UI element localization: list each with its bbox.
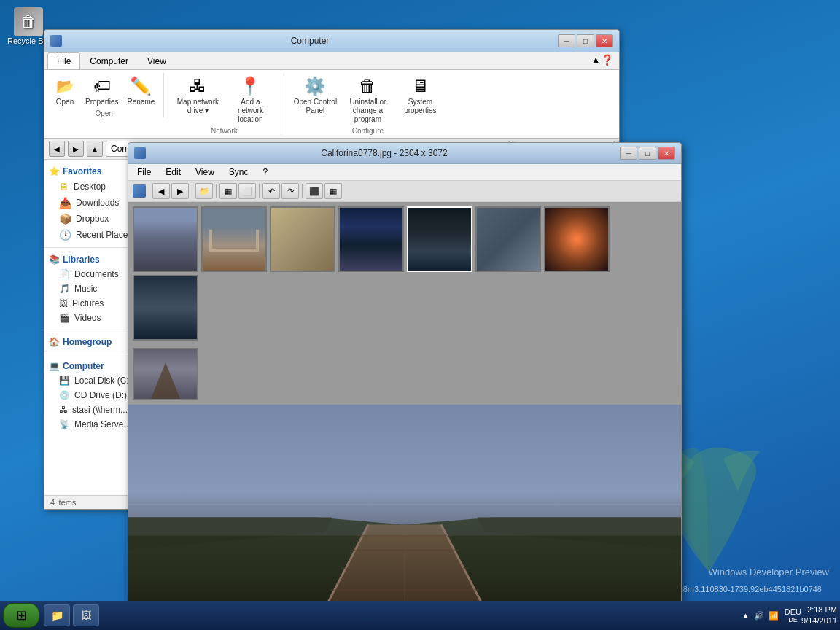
ribbon-uninstall-button[interactable]: 🗑 Uninstall or change a program <box>343 73 392 125</box>
clock-time: 2:18 PM <box>801 604 837 615</box>
forward-button[interactable]: ▶ <box>68 141 84 157</box>
open-label: Open <box>56 98 74 106</box>
videos-icon: 🎬 <box>59 313 70 323</box>
cd-drive-label: CD Drive (D:) <box>74 390 127 400</box>
thumbnail-bridge[interactable] <box>201 206 267 272</box>
titlebar-left <box>50 35 62 47</box>
viewer-prev-button[interactable]: ◀ <box>152 183 170 199</box>
main-image-area[interactable] <box>128 405 681 626</box>
ribbon-add-network-button[interactable]: 📍 Add a network location <box>225 73 275 125</box>
ribbon-group-open-items: 📂 Open 🏷 Properties ✏️ Rename <box>50 73 158 108</box>
taskbar-language[interactable]: DEU DE <box>785 607 801 623</box>
language-code: DEU <box>785 607 801 616</box>
taskbar-image-button[interactable]: 🖼 <box>73 604 99 626</box>
toolbar-separator-0 <box>149 184 149 198</box>
viewer-close-button[interactable]: ✕ <box>658 147 675 160</box>
map-network-icon: 🖧 <box>186 74 209 98</box>
viewer-menu-help[interactable]: ? <box>257 166 274 179</box>
taskbar: ⊞ 📁 🖼 ▲ 🔊 📶 DEU DE 2:18 PM 9/14/2011 <box>0 601 840 630</box>
viewer-next-button[interactable]: ▶ <box>171 183 189 199</box>
viewer-menu-file[interactable]: File <box>131 166 157 179</box>
viewer-rotate-left-button[interactable]: ↶ <box>262 183 280 199</box>
start-button[interactable]: ⊞ <box>3 603 39 628</box>
uninstall-label: Uninstall or change a program <box>346 98 389 124</box>
tab-computer[interactable]: Computer <box>80 52 138 69</box>
back-button[interactable]: ◀ <box>49 141 65 157</box>
network-group-label: Network <box>211 127 238 135</box>
viewer-maximize-button[interactable]: □ <box>639 147 656 160</box>
viewer-thumbnails-button[interactable]: ▦ <box>219 183 237 199</box>
ribbon-help-button[interactable]: ▲❓ <box>588 52 616 69</box>
ribbon-group-system-items: ⚙️ Open Control Panel 🗑 Uninstall or cha… <box>290 73 445 125</box>
systray-network-icon[interactable]: 📶 <box>769 611 779 621</box>
computer-label: Computer <box>63 361 104 371</box>
thumbnail-building[interactable] <box>133 206 198 272</box>
tab-view[interactable]: View <box>138 52 176 69</box>
tab-file[interactable]: File <box>47 52 80 69</box>
viewer-minimize-button[interactable]: ─ <box>620 147 637 160</box>
viewer-window-icon <box>134 147 146 159</box>
ribbon-group-open: 📂 Open 🏷 Properties ✏️ Rename Open <box>50 73 164 117</box>
system-group-label: Configure <box>352 127 384 135</box>
viewer-fit-button[interactable]: ⬜ <box>238 183 256 199</box>
viewer-menu-sync[interactable]: Sync <box>223 166 254 179</box>
thumbnail-boardwalk-small[interactable] <box>133 348 198 400</box>
titlebar-buttons: ─ □ ✕ <box>558 34 613 47</box>
systray-expand-icon[interactable]: ▲ <box>742 611 750 620</box>
windows-preview-text: Windows Developer Preview <box>709 567 829 578</box>
dropbox-icon: 📦 <box>59 213 71 225</box>
dropbox-label: Dropbox <box>76 214 109 224</box>
ribbon-open-button[interactable]: 📂 Open <box>50 73 79 108</box>
ribbon-system-properties-button[interactable]: 🖥 System properties <box>395 73 445 117</box>
close-button[interactable]: ✕ <box>596 34 613 47</box>
ribbon-properties-button[interactable]: 🏷 Properties <box>82 73 122 108</box>
viewer-rotate-right-button[interactable]: ↷ <box>281 183 299 199</box>
up-button[interactable]: ▲ <box>87 141 103 157</box>
toolbar-separator-3 <box>259 184 260 198</box>
favorites-star-icon: ⭐ <box>49 166 60 176</box>
viewer-menu-edit[interactable]: Edit <box>160 166 187 179</box>
ribbon-control-panel-button[interactable]: ⚙️ Open Control Panel <box>290 73 340 117</box>
main-photo-svg <box>128 405 681 623</box>
homegroup-icon: 🏠 <box>49 337 60 347</box>
minimize-button[interactable]: ─ <box>558 34 575 47</box>
favorites-label: Favorites <box>63 166 101 176</box>
downloads-icon: 📥 <box>59 197 71 209</box>
status-text: 4 items <box>50 498 76 507</box>
thumbnail-pier[interactable] <box>270 206 335 272</box>
viewer-slideshow-button[interactable]: ▦ <box>324 183 342 199</box>
viewer-menubar: File Edit View Sync ? <box>128 164 681 181</box>
thumbnail-city-night[interactable] <box>338 206 404 272</box>
horizon-line <box>128 504 681 505</box>
add-network-label: Add a network location <box>228 98 272 124</box>
thumbnail-ferris-wheel[interactable] <box>544 206 610 272</box>
rename-icon: ✏️ <box>129 74 152 98</box>
viewer-folder-button[interactable]: 📁 <box>195 183 213 199</box>
viewer-fullscreen-button[interactable]: ⬛ <box>306 183 323 199</box>
viewer-toolbar: ◀ ▶ 📁 ▦ ⬜ ↶ ↷ ⬛ ▦ <box>128 181 681 202</box>
ribbon-content: 📂 Open 🏷 Properties ✏️ Rename Open 🖧 <box>44 70 619 139</box>
thumbnail-tree-night[interactable] <box>407 206 472 272</box>
ribbon-map-network-button[interactable]: 🖧 Map network drive ▾ <box>173 73 222 117</box>
computer-icon: 💻 <box>49 361 60 371</box>
start-icon: ⊞ <box>16 607 27 623</box>
ribbon-rename-button[interactable]: ✏️ Rename <box>125 73 158 108</box>
systray-volume-icon[interactable]: 🔊 <box>754 611 764 621</box>
viewer-menu-view[interactable]: View <box>190 166 220 179</box>
thumbnail-ocean[interactable] <box>133 275 198 341</box>
recent-places-label: Recent Places <box>76 230 132 240</box>
network-share-label: stasi (\\herm... <box>72 405 128 415</box>
language-sub: DE <box>785 616 801 623</box>
maximize-button[interactable]: □ <box>577 34 594 47</box>
map-network-label: Map network drive ▾ <box>176 98 219 115</box>
taskbar-clock[interactable]: 2:18 PM 9/14/2011 <box>801 604 837 627</box>
uninstall-icon: 🗑 <box>356 74 379 98</box>
thumbnail-rocks[interactable] <box>475 206 541 272</box>
documents-label: Documents <box>74 269 119 279</box>
videos-label: Videos <box>74 313 101 323</box>
documents-icon: 📄 <box>59 269 70 279</box>
taskbar-explorer-button[interactable]: 📁 <box>44 604 70 626</box>
viewer-titlebar: Califorina0778.jpg - 2304 x 3072 ─ □ ✕ <box>128 143 681 164</box>
music-icon: 🎵 <box>59 284 70 294</box>
ribbon-group-network-items: 🖧 Map network drive ▾ 📍 Add a network lo… <box>173 73 275 125</box>
